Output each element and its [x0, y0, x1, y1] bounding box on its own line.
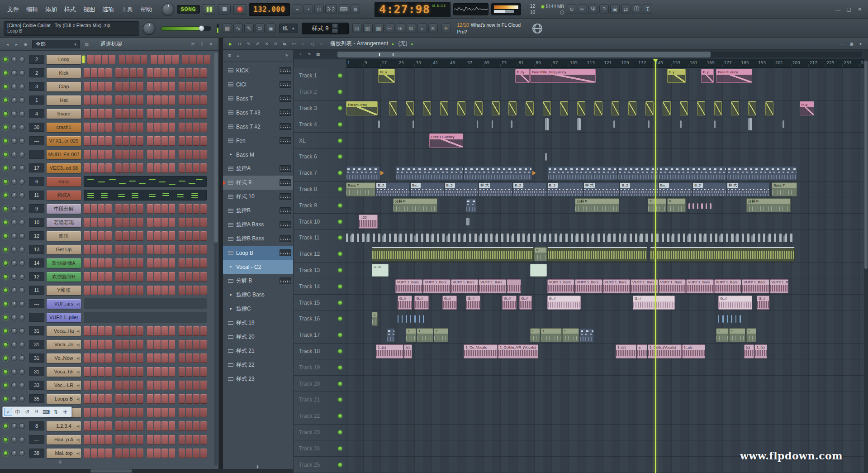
clip[interactable]: [719, 235, 721, 242]
menu-item[interactable]: 工具: [118, 4, 137, 15]
step-cell[interactable]: [123, 150, 129, 159]
clip[interactable]: B..2: [513, 182, 547, 196]
clip[interactable]: [726, 234, 728, 242]
step-cell[interactable]: [154, 204, 161, 214]
track-header[interactable]: Track 25: [294, 457, 346, 473]
step-cell[interactable]: [137, 421, 143, 431]
clip[interactable]: 9: [667, 198, 686, 212]
clip[interactable]: [421, 234, 423, 242]
step-cell[interactable]: [91, 367, 97, 377]
step-cell[interactable]: [123, 245, 129, 254]
step-cell[interactable]: [137, 367, 143, 377]
step-cell[interactable]: [130, 286, 136, 295]
step-cell[interactable]: [137, 136, 143, 146]
clip[interactable]: [618, 166, 658, 180]
step-cell[interactable]: [179, 408, 185, 417]
clip[interactable]: [727, 315, 728, 323]
step-cell[interactable]: [123, 367, 129, 377]
step-cell[interactable]: [98, 340, 104, 349]
channel-target-box[interactable]: 30: [29, 123, 44, 132]
step-cell[interactable]: [154, 449, 161, 458]
clip[interactable]: G..B: [372, 264, 389, 277]
step-cell[interactable]: [137, 340, 143, 349]
step-cell[interactable]: [186, 204, 192, 214]
step-cell[interactable]: [98, 367, 104, 377]
track-arm-led[interactable]: [338, 220, 342, 224]
clip[interactable]: [372, 247, 534, 262]
step-cell[interactable]: [98, 272, 104, 282]
channel-enable-led[interactable]: [3, 397, 8, 401]
clip[interactable]: [672, 234, 674, 242]
step-cell[interactable]: [137, 286, 143, 295]
step-cell[interactable]: [179, 123, 185, 132]
step-cell[interactable]: [154, 82, 161, 91]
channel-button[interactable]: crash1: [47, 123, 81, 132]
view-channels-icon[interactable]: ⊟: [385, 24, 394, 33]
channel-target-box[interactable]: 31: [29, 326, 44, 335]
step-cell[interactable]: [197, 55, 203, 64]
pattern-item[interactable]: 分解 B: [223, 274, 293, 288]
step-cell[interactable]: [115, 326, 122, 336]
track-arm-led[interactable]: [338, 301, 342, 305]
step-cell[interactable]: [147, 449, 153, 458]
menu-item[interactable]: 样式: [61, 4, 80, 15]
step-cell[interactable]: [102, 55, 108, 64]
clip[interactable]: G..#: [547, 296, 581, 310]
step-cell[interactable]: [161, 408, 168, 417]
microphone-icon[interactable]: Ψ: [588, 5, 598, 14]
channel-button[interactable]: 欢快旋律A: [47, 258, 81, 268]
clip[interactable]: [683, 234, 685, 242]
clip[interactable]: [680, 101, 688, 115]
step-cell[interactable]: [172, 55, 179, 64]
keyboard-mini-icon[interactable]: ⌨: [42, 408, 50, 416]
step-cell[interactable]: [130, 68, 136, 78]
channel-target-box[interactable]: [29, 313, 44, 322]
channel-target-box[interactable]: ---: [29, 435, 44, 444]
clip[interactable]: [399, 234, 402, 242]
step-cell[interactable]: [169, 354, 175, 363]
step-cell[interactable]: [105, 218, 112, 227]
step-cell[interactable]: [200, 408, 207, 417]
step-cell[interactable]: [193, 68, 199, 78]
menu-item[interactable]: 选项: [99, 4, 118, 15]
step-cell[interactable]: [91, 96, 97, 105]
step-cell[interactable]: [200, 326, 207, 336]
clip[interactable]: VUF2 1..Bars: [395, 279, 422, 293]
pan-knob[interactable]: [11, 369, 17, 375]
channel-target-box[interactable]: ---: [29, 136, 44, 145]
clip[interactable]: 样 式: [479, 182, 512, 196]
clip[interactable]: [667, 234, 669, 242]
pause-button[interactable]: [203, 4, 215, 14]
clip[interactable]: [663, 101, 671, 115]
clip[interactable]: [662, 234, 664, 242]
magnet-icon[interactable]: ∪: [236, 40, 243, 48]
step-cell[interactable]: [161, 326, 168, 336]
step-cell[interactable]: [154, 354, 161, 363]
clip[interactable]: [648, 120, 650, 128]
channel-enable-led[interactable]: [3, 424, 8, 429]
pattern-down-icon[interactable]: −: [332, 29, 338, 33]
step-cell[interactable]: [123, 435, 129, 444]
step-cell[interactable]: [115, 394, 122, 404]
clip[interactable]: [559, 235, 560, 242]
clip[interactable]: 9: [648, 198, 667, 212]
delete-icon[interactable]: ✕: [263, 40, 270, 48]
select-icon[interactable]: ▭: [290, 40, 298, 48]
clip[interactable]: [373, 234, 375, 242]
channel-button[interactable]: Clap: [47, 82, 81, 91]
clip[interactable]: (s): [744, 344, 754, 358]
window-minimize-icon[interactable]: —: [833, 5, 843, 14]
clip[interactable]: [706, 203, 707, 209]
clip[interactable]: [464, 166, 531, 180]
volume-knob[interactable]: [19, 247, 25, 253]
clip[interactable]: [703, 235, 705, 242]
step-cell[interactable]: [204, 55, 210, 64]
clip[interactable]: [414, 235, 416, 242]
step-cell[interactable]: [123, 272, 129, 282]
clip-preview[interactable]: [84, 312, 207, 323]
channel-enable-led[interactable]: [3, 220, 8, 225]
detach-all-icon[interactable]: ⧉: [407, 24, 416, 33]
pan-knob[interactable]: [11, 84, 17, 90]
channel-enable-led[interactable]: [3, 437, 8, 442]
volume-knob[interactable]: [19, 111, 25, 117]
